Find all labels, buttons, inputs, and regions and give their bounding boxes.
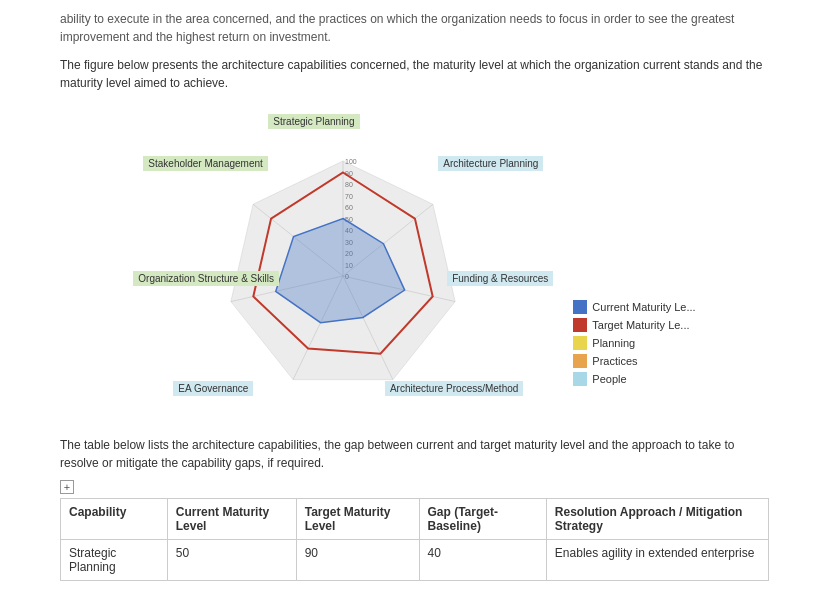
intro-text: ability to execute in the area concerned… bbox=[60, 10, 769, 46]
table-intro: The table below lists the architecture c… bbox=[60, 436, 769, 472]
legend-current-label: Current Maturity Le... bbox=[592, 301, 695, 313]
label-stakeholder: Stakeholder Management bbox=[143, 156, 268, 171]
cell-current: 50 bbox=[167, 540, 296, 581]
legend-planning: Planning bbox=[573, 336, 695, 350]
label-funding-resources: Funding & Resources bbox=[447, 271, 553, 286]
col-current: Current Maturity Level bbox=[167, 499, 296, 540]
col-resolution: Resolution Approach / Mitigation Strateg… bbox=[546, 499, 768, 540]
capability-table: Capability Current Maturity Level Target… bbox=[60, 498, 769, 581]
cell-resolution: Enables agility in extended enterprise bbox=[546, 540, 768, 581]
label-arch-process: Architecture Process/Method bbox=[385, 381, 523, 396]
table-section: The table below lists the architecture c… bbox=[60, 436, 769, 581]
col-gap: Gap (Target-Baseline) bbox=[419, 499, 546, 540]
legend-current: Current Maturity Le... bbox=[573, 300, 695, 314]
legend-planning-label: Planning bbox=[592, 337, 635, 349]
legend-people-color bbox=[573, 372, 587, 386]
legend-target: Target Maturity Le... bbox=[573, 318, 695, 332]
col-capability: Capability bbox=[61, 499, 168, 540]
cell-target: 90 bbox=[296, 540, 419, 581]
legend-practices-color bbox=[573, 354, 587, 368]
radar-svg: 0102030405060708090100 bbox=[133, 106, 553, 416]
label-ea-governance: EA Governance bbox=[173, 381, 253, 396]
svg-text:60: 60 bbox=[345, 204, 353, 211]
figure-text: The figure below presents the architectu… bbox=[60, 56, 769, 92]
legend-target-label: Target Maturity Le... bbox=[592, 319, 689, 331]
label-org-structure: Organization Structure & Skills bbox=[133, 271, 279, 286]
legend-people: People bbox=[573, 372, 695, 386]
chart-area: 0102030405060708090100 Strategic Plannin… bbox=[60, 106, 769, 416]
legend-target-color bbox=[573, 318, 587, 332]
svg-text:100: 100 bbox=[345, 158, 357, 165]
radar-chart: 0102030405060708090100 Strategic Plannin… bbox=[133, 106, 553, 416]
cell-capability: Strategic Planning bbox=[61, 540, 168, 581]
expand-icon[interactable]: + bbox=[60, 480, 74, 494]
svg-text:70: 70 bbox=[345, 193, 353, 200]
label-strategic-planning: Strategic Planning bbox=[268, 114, 359, 129]
table-row: Strategic Planning 50 90 40 Enables agil… bbox=[61, 540, 769, 581]
legend-current-color bbox=[573, 300, 587, 314]
label-architecture-planning: Architecture Planning bbox=[438, 156, 543, 171]
legend-planning-color bbox=[573, 336, 587, 350]
legend-practices-label: Practices bbox=[592, 355, 637, 367]
col-target: Target Maturity Level bbox=[296, 499, 419, 540]
svg-text:80: 80 bbox=[345, 181, 353, 188]
legend-practices: Practices bbox=[573, 354, 695, 368]
legend: Current Maturity Le... Target Maturity L… bbox=[573, 300, 695, 416]
cell-gap: 40 bbox=[419, 540, 546, 581]
legend-people-label: People bbox=[592, 373, 626, 385]
